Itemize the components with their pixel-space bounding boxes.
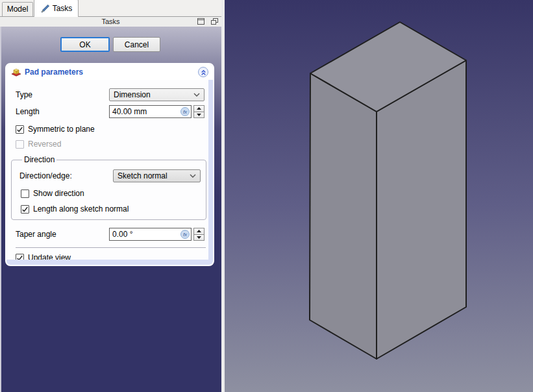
tasks-title: Tasks [101,18,119,25]
length-label: Length [16,107,40,116]
cancel-button[interactable]: Cancel [113,37,160,52]
show-direction-label: Show direction [33,189,84,198]
symmetric-to-plane-label: Symmetric to plane [28,125,95,134]
direction-edge-value: Sketch normal [118,171,167,180]
tab-tasks[interactable]: Tasks [34,0,79,17]
ok-button[interactable]: OK [60,37,110,52]
chevron-down-icon [190,174,196,178]
combo-view-pane: Model Tasks Tasks [0,0,221,392]
chevron-down-icon [193,93,200,97]
arrow-down-icon [197,114,201,116]
check-icon [21,206,29,213]
taper-spin-up-button[interactable] [193,228,205,234]
separator-line [16,247,206,248]
taper-angle-row: Taper angle fx [6,228,208,241]
checkbox-box [16,254,24,260]
type-row: Type Dimension [6,88,208,101]
update-view-checkbox[interactable]: Update view [6,253,208,260]
type-combobox-value: Dimension [114,90,151,99]
taper-angle-label: Taper angle [16,230,56,239]
direction-edge-label: Direction/edge: [19,171,72,180]
reversed-label: Reversed [28,140,61,149]
check-icon [16,126,23,133]
direction-edge-row: Direction/edge: Sketch normal [19,169,201,182]
length-spin-down-button[interactable] [193,112,205,119]
checkbox-box [21,205,29,214]
direction-groupbox: Direction Direction/edge: Sketch normal [11,155,206,220]
pad-parameters-header: Pad parameters [6,64,213,80]
length-row: Length fx [6,105,208,118]
checkbox-box [21,190,29,198]
checkbox-box [16,140,24,149]
expression-fx-icon[interactable]: fx [180,230,190,239]
tasks-titlebar: Tasks [0,17,221,27]
pad-parameters-title: Pad parameters [25,67,195,77]
taper-angle-field: fx [109,228,192,241]
combo-view-tabbar: Model Tasks [0,0,221,17]
direction-edge-combobox[interactable]: Sketch normal [113,169,201,182]
direction-group-title: Direction [22,155,56,164]
type-combobox[interactable]: Dimension [109,88,205,101]
taper-angle-spinner [193,228,205,241]
length-along-sketch-normal-checkbox[interactable]: Length along sketch normal [19,204,201,214]
checkbox-box [16,125,24,134]
arrow-up-icon [197,107,201,110]
show-direction-checkbox[interactable]: Show direction [19,189,201,198]
taper-spin-down-button[interactable] [193,234,205,241]
pad-solid-model [225,0,533,392]
expression-fx-icon[interactable]: fx [180,107,190,116]
length-spinner [193,105,205,118]
freecad-window: Model Tasks Tasks [0,0,533,392]
arrow-down-icon [197,236,201,239]
length-field: fx [109,105,192,118]
pad-icon [11,67,21,77]
tab-model[interactable]: Model [2,2,33,16]
task-panel-area: OK Cancel Pad parameters [0,27,221,392]
taper-angle-input[interactable] [110,230,191,239]
check-icon [16,254,23,260]
length-along-sketch-normal-label: Length along sketch normal [33,204,129,214]
symmetric-to-plane-checkbox[interactable]: Symmetric to plane [6,125,208,134]
pad-parameters-body: Type Dimension Length [6,80,208,260]
box-right-face[interactable] [377,60,466,359]
chevron-double-up-icon [199,68,208,77]
type-label: Type [16,90,32,99]
tab-tasks-label: Tasks [53,4,73,13]
reversed-checkbox: Reversed [6,140,208,149]
dock-window-icon[interactable] [197,18,205,25]
tab-model-label: Model [7,5,29,14]
update-view-label: Update view [28,253,71,260]
collapse-section-button[interactable] [198,67,208,77]
arrow-up-icon [197,230,201,232]
length-spin-up-button[interactable] [193,105,205,112]
3d-viewport[interactable] [225,0,533,392]
box-left-face[interactable] [310,73,377,359]
pencil-icon [40,4,50,14]
pad-parameters-panel: Pad parameters Type Dimension [5,63,214,266]
float-window-icon[interactable] [211,18,218,25]
length-input[interactable] [110,107,191,116]
